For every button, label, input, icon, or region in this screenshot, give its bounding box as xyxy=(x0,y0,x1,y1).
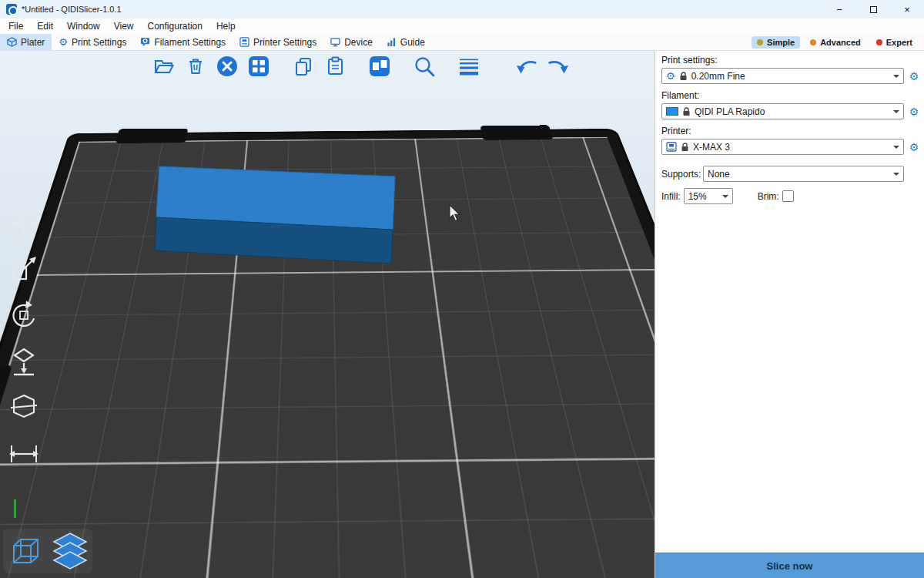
dropdown-chevron-icon xyxy=(893,75,899,81)
menu-view[interactable]: View xyxy=(107,19,141,33)
supports-value: None xyxy=(708,169,730,180)
place-on-face-icon xyxy=(8,346,39,377)
tab-filament-settings[interactable]: Filament Settings xyxy=(133,34,233,50)
mode-simple[interactable]: Simple xyxy=(752,36,800,49)
lock-icon xyxy=(682,107,691,116)
print-settings-combo[interactable]: ⚙ 0.20mm Fine xyxy=(661,68,904,84)
filament-combo[interactable]: QIDI PLA Rapido xyxy=(661,103,904,119)
advanced-mode-dot-icon xyxy=(810,39,816,45)
mode-expert-label: Expert xyxy=(886,38,912,47)
move-icon xyxy=(8,207,39,238)
undo-button[interactable] xyxy=(515,55,538,78)
title-bar: *Untitled - QIDISlicer-1.0.1 − × xyxy=(0,0,924,18)
mode-advanced[interactable]: Advanced xyxy=(805,36,866,49)
tab-printer-settings[interactable]: Printer Settings xyxy=(233,34,323,50)
preset-gear-icon: ⚙ xyxy=(666,71,675,81)
scale-tool-button[interactable] xyxy=(6,251,42,287)
rotate-tool-button[interactable] xyxy=(6,297,42,333)
infill-combo[interactable]: 15% xyxy=(684,188,733,204)
dropdown-chevron-icon xyxy=(893,173,899,179)
slice-now-button[interactable]: Slice now xyxy=(655,553,924,578)
move-tool-button[interactable] xyxy=(6,205,42,240)
split-objects-icon xyxy=(368,55,391,78)
settings-sidebar: Print settings: ⚙ 0.20mm Fine ⚙ Filament… xyxy=(654,51,924,578)
print-settings-label: Print settings: xyxy=(661,55,918,66)
brim-checkbox[interactable] xyxy=(782,190,794,202)
tab-guide[interactable]: Guide xyxy=(380,34,432,50)
menu-bar: File Edit Window View Configuration Help xyxy=(0,18,924,34)
print-settings-value: 0.20mm Fine xyxy=(691,71,745,82)
filament-value: QIDI PLA Rapido xyxy=(695,106,765,117)
dropdown-chevron-icon xyxy=(722,195,728,201)
measure-tool-button[interactable] xyxy=(6,436,42,472)
infill-value: 15% xyxy=(688,191,707,202)
measure-icon xyxy=(8,444,39,464)
tab-plater[interactable]: Plater xyxy=(0,34,52,50)
lock-icon xyxy=(681,143,689,152)
tab-filament-settings-label: Filament Settings xyxy=(154,37,226,48)
plater-toolbar xyxy=(152,55,570,78)
redo-button[interactable] xyxy=(547,55,570,78)
delete-button[interactable] xyxy=(184,55,207,78)
tab-print-settings-label: Print Settings xyxy=(72,37,126,48)
printer-label: Printer: xyxy=(661,126,918,136)
3d-viewport[interactable] xyxy=(0,51,654,578)
printer-edit-button[interactable]: ⚙ xyxy=(909,142,919,153)
delete-all-icon xyxy=(216,55,239,78)
print-settings-icon: ⚙ xyxy=(59,37,68,47)
tab-printer-settings-label: Printer Settings xyxy=(253,37,316,48)
mode-advanced-label: Advanced xyxy=(820,38,861,47)
tab-plater-label: Plater xyxy=(21,37,45,48)
folder-open-icon xyxy=(153,55,175,77)
paste-button[interactable] xyxy=(323,55,346,78)
paste-icon xyxy=(325,56,345,76)
open-project-button[interactable] xyxy=(152,55,176,78)
minimize-button[interactable]: − xyxy=(822,0,856,18)
cut-tool-button[interactable] xyxy=(6,390,42,425)
editor-view-button[interactable] xyxy=(5,530,46,572)
maximize-button[interactable] xyxy=(856,0,890,18)
supports-combo[interactable]: None xyxy=(703,166,904,182)
maximize-icon xyxy=(870,6,877,13)
menu-window[interactable]: Window xyxy=(60,19,107,33)
delete-all-button[interactable] xyxy=(216,55,239,78)
close-button[interactable]: × xyxy=(890,0,924,18)
tab-print-settings[interactable]: ⚙ Print Settings xyxy=(52,34,133,50)
window-title: *Untitled - QIDISlicer-1.0.1 xyxy=(22,5,122,14)
mode-expert[interactable]: Expert xyxy=(871,36,918,49)
menu-help[interactable]: Help xyxy=(209,19,243,33)
tab-bar: Plater ⚙ Print Settings Filament Setting… xyxy=(0,34,924,51)
copy-icon xyxy=(293,56,313,76)
copy-button[interactable] xyxy=(292,55,315,78)
tab-device[interactable]: Device xyxy=(323,34,380,50)
filament-edit-button[interactable]: ⚙ xyxy=(909,106,919,117)
guide-icon xyxy=(387,37,397,47)
print-settings-edit-button[interactable]: ⚙ xyxy=(909,71,919,82)
view-toggle-bar xyxy=(3,529,92,573)
bed-clip xyxy=(116,128,188,143)
search-icon xyxy=(413,55,436,78)
expert-mode-dot-icon xyxy=(876,39,882,45)
brim-label: Brim: xyxy=(758,191,779,202)
preview-button[interactable] xyxy=(49,530,91,572)
tab-device-label: Device xyxy=(344,37,373,48)
menu-configuration[interactable]: Configuration xyxy=(141,19,209,33)
bed-clip xyxy=(480,125,553,139)
printer-settings-icon xyxy=(239,37,249,47)
tab-guide-label: Guide xyxy=(400,37,425,48)
sliced-preview-icon xyxy=(51,532,89,570)
menu-edit[interactable]: Edit xyxy=(30,19,60,33)
scale-icon xyxy=(8,254,39,284)
variable-layer-height-button[interactable] xyxy=(457,55,480,78)
search-button[interactable] xyxy=(413,55,436,78)
menu-file[interactable]: File xyxy=(2,19,30,33)
mode-switcher: Simple Advanced Expert xyxy=(752,34,924,50)
simple-mode-dot-icon xyxy=(757,39,763,45)
print-bed xyxy=(0,130,654,578)
split-to-objects-button[interactable] xyxy=(368,55,391,78)
plater-icon xyxy=(7,37,17,47)
arrange-button[interactable] xyxy=(247,55,270,78)
printer-combo[interactable]: X-MAX 3 xyxy=(661,139,904,155)
supports-label: Supports: xyxy=(661,169,700,180)
place-on-face-tool-button[interactable] xyxy=(6,344,42,379)
